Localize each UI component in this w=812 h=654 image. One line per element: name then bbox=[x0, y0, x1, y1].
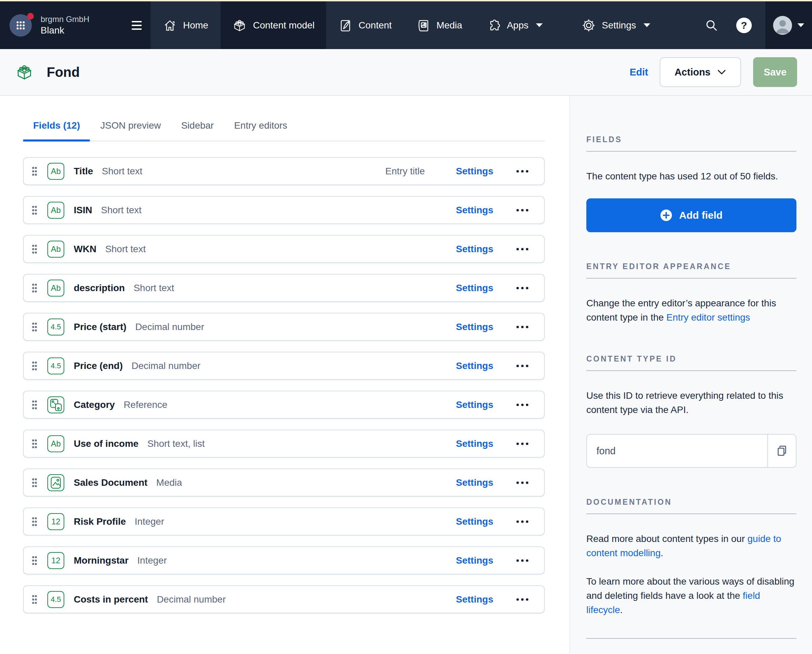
field-row-right: Settings bbox=[456, 594, 529, 605]
field-row-right: Settings bbox=[456, 439, 529, 449]
drag-handle-icon[interactable] bbox=[31, 438, 38, 449]
field-type-icon: 4.5 bbox=[47, 591, 64, 608]
drag-handle-icon[interactable] bbox=[31, 282, 38, 294]
field-settings-link[interactable]: Settings bbox=[456, 477, 493, 488]
drag-handle-icon[interactable] bbox=[31, 243, 38, 255]
reference-icon bbox=[48, 397, 63, 412]
drag-handle-icon[interactable] bbox=[31, 360, 38, 372]
field-menu-button[interactable] bbox=[516, 170, 529, 173]
field-menu-button[interactable] bbox=[516, 403, 529, 406]
field-type-label: Short text bbox=[105, 244, 146, 255]
add-field-button[interactable]: Add field bbox=[586, 199, 797, 232]
hamburger-icon[interactable] bbox=[131, 21, 142, 30]
field-row-right: Settings bbox=[456, 516, 529, 527]
content-type-id-input[interactable] bbox=[587, 435, 767, 467]
field-type-icon-label: Ab bbox=[51, 167, 61, 176]
topbar-right: Settings ? bbox=[569, 2, 812, 49]
nav-item-apps[interactable]: Apps bbox=[474, 2, 555, 49]
field-menu-button[interactable] bbox=[516, 598, 529, 601]
field-row: Category Reference Settings bbox=[23, 391, 545, 419]
tab-entry-editors[interactable]: Entry editors bbox=[224, 120, 298, 141]
field-settings-link[interactable]: Settings bbox=[456, 516, 493, 527]
nav-label: Home bbox=[183, 20, 208, 31]
entry-editor-settings-link[interactable]: Entry editor settings bbox=[667, 312, 750, 322]
field-settings-link[interactable]: Settings bbox=[456, 439, 493, 449]
field-type-icon-label: Ab bbox=[51, 244, 61, 254]
field-row: 4.5 Costs in percent Decimal number Sett… bbox=[23, 585, 545, 613]
field-row-right: Settings bbox=[456, 399, 529, 410]
copy-button[interactable] bbox=[767, 435, 796, 467]
field-name: Category bbox=[74, 399, 115, 410]
field-name: Price (start) bbox=[74, 322, 127, 332]
actions-button[interactable]: Actions bbox=[660, 57, 741, 87]
field-settings-link[interactable]: Settings bbox=[456, 205, 493, 215]
ellipsis-icon bbox=[516, 442, 529, 445]
apps-icon bbox=[487, 18, 501, 32]
search-button[interactable] bbox=[703, 17, 720, 34]
content-icon bbox=[338, 18, 353, 32]
chevron-down-icon bbox=[797, 23, 804, 27]
field-settings-link[interactable]: Settings bbox=[456, 361, 493, 371]
field-settings-link[interactable]: Settings bbox=[456, 166, 493, 177]
field-settings-link[interactable]: Settings bbox=[456, 283, 493, 293]
drag-handle-icon[interactable] bbox=[31, 205, 38, 216]
drag-handle-icon[interactable] bbox=[31, 165, 38, 177]
field-menu-button[interactable] bbox=[516, 248, 529, 251]
drag-handle-icon[interactable] bbox=[31, 477, 38, 489]
help-icon: ? bbox=[741, 20, 747, 31]
field-row: Ab ISIN Short text Settings bbox=[23, 196, 545, 224]
tab-fields[interactable]: Fields (12) bbox=[23, 120, 90, 141]
field-type-icon-label: Ab bbox=[51, 283, 61, 293]
field-settings-link[interactable]: Settings bbox=[456, 399, 493, 410]
field-row: Ab description Short text Settings bbox=[23, 274, 545, 302]
settings-gear-icon bbox=[582, 18, 596, 32]
field-row: 4.5 Price (end) Decimal number Settings bbox=[23, 352, 545, 380]
chevron-down-icon bbox=[536, 23, 543, 27]
field-menu-button[interactable] bbox=[516, 442, 529, 445]
content-type-id-box bbox=[586, 434, 797, 468]
field-type-label: Integer bbox=[137, 555, 167, 566]
field-menu-button[interactable] bbox=[516, 325, 529, 329]
space-name: Blank bbox=[41, 24, 89, 36]
field-menu-button[interactable] bbox=[516, 481, 529, 484]
field-settings-link[interactable]: Settings bbox=[456, 555, 493, 566]
documentation-p2: To learn more about the various ways of … bbox=[586, 575, 797, 617]
account-menu[interactable] bbox=[765, 2, 812, 49]
content: Fields (12) JSON preview Sidebar Entry e… bbox=[0, 96, 812, 653]
fields-section-heading: FIELDS bbox=[586, 135, 797, 144]
field-menu-button[interactable] bbox=[516, 364, 529, 368]
tab-sidebar[interactable]: Sidebar bbox=[171, 120, 224, 141]
ellipsis-icon bbox=[516, 170, 529, 173]
nav-item-content[interactable]: Content bbox=[326, 2, 404, 49]
drag-handle-icon[interactable] bbox=[31, 555, 38, 566]
nav-item-content-model[interactable]: Content model bbox=[221, 2, 326, 49]
save-button[interactable]: Save bbox=[753, 57, 797, 87]
nav-item-home[interactable]: Home bbox=[151, 2, 221, 49]
field-menu-button[interactable] bbox=[516, 520, 529, 523]
nav-item-settings[interactable]: Settings bbox=[569, 18, 662, 32]
field-settings-link[interactable]: Settings bbox=[456, 594, 493, 605]
topbar: brgmn GmbH Blank Home Content model Cont… bbox=[0, 2, 812, 49]
field-menu-button[interactable] bbox=[516, 286, 529, 290]
drag-handle-icon[interactable] bbox=[31, 516, 38, 527]
field-type-icon: 12 bbox=[47, 513, 64, 530]
field-name: Sales Document bbox=[74, 477, 148, 488]
tab-json-preview[interactable]: JSON preview bbox=[90, 120, 171, 141]
field-row-right: Settings bbox=[456, 283, 529, 293]
field-name: Price (end) bbox=[74, 361, 123, 371]
drag-handle-icon[interactable] bbox=[31, 399, 38, 411]
drag-handle-icon[interactable] bbox=[31, 594, 38, 605]
field-settings-link[interactable]: Settings bbox=[456, 322, 493, 332]
help-button[interactable]: ? bbox=[736, 18, 752, 33]
ellipsis-icon bbox=[516, 209, 529, 212]
edit-link[interactable]: Edit bbox=[630, 67, 648, 78]
drag-handle-icon[interactable] bbox=[31, 321, 38, 333]
field-menu-button[interactable] bbox=[516, 209, 529, 212]
sidebar: FIELDS The content type has used 12 out … bbox=[570, 96, 812, 653]
field-menu-button[interactable] bbox=[516, 559, 529, 562]
field-type-label: Short text bbox=[134, 283, 174, 293]
space-switcher[interactable]: brgmn GmbH Blank bbox=[0, 2, 151, 49]
nav-item-media[interactable]: Media bbox=[404, 2, 474, 49]
field-settings-link[interactable]: Settings bbox=[456, 244, 493, 255]
org-logo[interactable] bbox=[9, 14, 32, 37]
